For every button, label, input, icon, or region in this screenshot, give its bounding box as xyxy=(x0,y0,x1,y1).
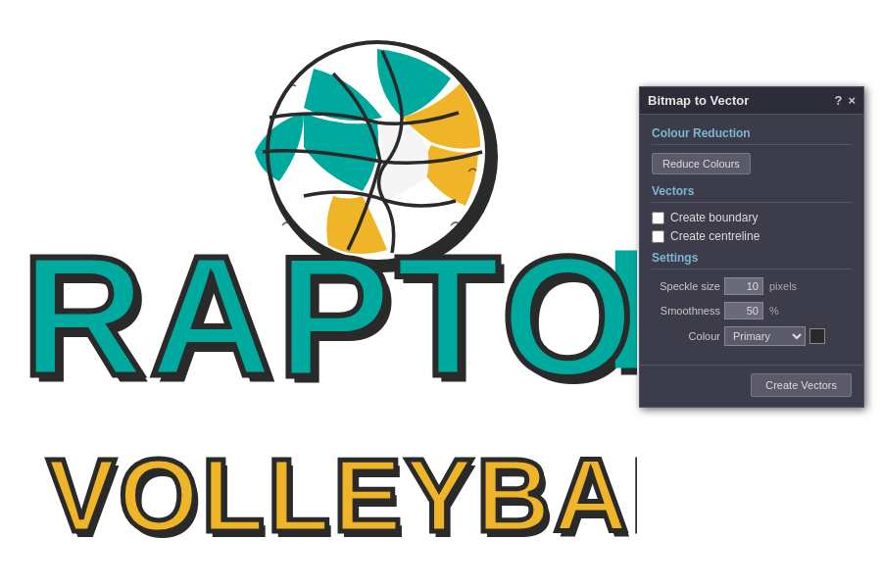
create-centreline-checkbox[interactable] xyxy=(652,230,664,243)
smoothness-input[interactable] xyxy=(724,302,763,319)
colour-swatch[interactable] xyxy=(809,328,825,344)
create-boundary-label: Create boundary xyxy=(670,211,758,224)
bitmap-to-vector-dialog: Bitmap to Vector ? × Colour Reduction Re… xyxy=(639,86,864,408)
settings-section: Speckle size pixels Smoothness % Colour … xyxy=(652,277,852,346)
smoothness-label: Smoothness xyxy=(652,305,720,317)
settings-header: Settings xyxy=(652,251,852,270)
speckle-size-row: Speckle size pixels xyxy=(652,277,852,295)
svg-text:RAPTO: RAPTO xyxy=(22,220,637,412)
help-button[interactable]: ? xyxy=(834,94,842,107)
colour-label: Colour xyxy=(652,330,720,342)
svg-text:VOLLEYBALL: VOLLEYBALL xyxy=(47,438,637,553)
colour-reduction-section: Reduce Colours xyxy=(652,153,852,174)
speckle-size-input[interactable] xyxy=(724,277,763,295)
vectors-header: Vectors xyxy=(652,184,852,203)
close-button[interactable]: × xyxy=(848,94,856,107)
speckle-size-unit: pixels xyxy=(769,280,797,292)
create-boundary-checkbox[interactable] xyxy=(652,212,664,224)
create-vectors-button[interactable]: Create Vectors xyxy=(751,373,852,397)
dialog-controls: ? × xyxy=(834,94,856,107)
colour-reduction-header: Colour Reduction xyxy=(652,126,852,145)
dialog-title: Bitmap to Vector xyxy=(648,93,749,108)
create-boundary-row: Create boundary xyxy=(652,211,852,224)
reduce-colours-button[interactable]: Reduce Colours xyxy=(652,153,751,174)
smoothness-row: Smoothness % xyxy=(652,302,852,319)
create-centreline-row: Create centreline xyxy=(652,229,852,243)
colour-row: Colour Primary Secondary All xyxy=(652,326,852,346)
dialog-footer: Create Vectors xyxy=(640,365,863,407)
speckle-size-label: Speckle size xyxy=(652,280,720,292)
dialog-body: Colour Reduction Reduce Colours Vectors … xyxy=(640,115,863,361)
logo-graphic: RAPTO RAPTO RS RS VOLLEYBALL VOLLEYBALL … xyxy=(0,0,637,588)
smoothness-unit: % xyxy=(769,305,779,317)
vectors-section: Create boundary Create centreline xyxy=(652,211,852,243)
colour-select[interactable]: Primary Secondary All xyxy=(724,326,806,346)
create-centreline-label: Create centreline xyxy=(670,229,760,243)
dialog-titlebar: Bitmap to Vector ? × xyxy=(640,87,863,115)
